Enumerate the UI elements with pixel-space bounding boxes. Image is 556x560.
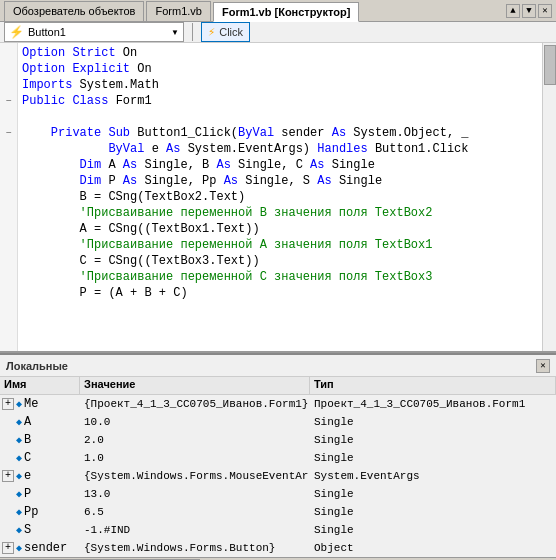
code-line-9: Dim P As Single, Pp As Single, S As Sing… [22,173,538,189]
scrollbar-thumb[interactable] [544,45,556,85]
expand-icon-e[interactable]: + [2,470,14,482]
value-b: 2.0 [80,433,310,447]
type-e: System.EventArgs [310,469,556,483]
close-button[interactable]: ✕ [538,4,552,18]
indicator-16 [0,285,17,301]
dropdown-arrow-icon: ▼ [171,28,179,37]
table-row: + ◆ sender {System.Windows.Forms.Button}… [0,539,556,557]
var-icon-c: ◆ [16,452,22,464]
var-icon-b: ◆ [16,434,22,446]
code-line-4: Public Class Form1 [22,93,538,109]
pin-button[interactable]: ▲ [506,4,520,18]
title-bar: Обозреватель объектов Form1.vb Form1.vb … [0,0,556,22]
tab-object-browser[interactable]: Обозреватель объектов [4,1,144,21]
row-name-sender: + ◆ sender [0,539,80,557]
expand-icon-me[interactable]: + [2,398,14,410]
tab-form1-vb[interactable]: Form1.vb [146,1,210,21]
indicator-4: − [0,93,17,109]
locals-grid: Имя Значение Тип + ◆ Me {Проект_4_1_3_CC… [0,377,556,557]
indicator-9 [0,173,17,189]
code-editor[interactable]: − − Option Strict On Option Explicit [0,43,556,353]
row-name-pp: ◆ Pp [0,503,80,521]
code-line-3: Imports System.Math [22,77,538,93]
code-line-16: P = (A + B + C) [22,285,538,301]
code-editor-section: − − Option Strict On Option Explicit [0,43,556,353]
row-name-c: ◆ C [0,449,80,467]
object-dropdown[interactable]: ⚡ Button1 ▼ [4,22,184,42]
code-content[interactable]: Option Strict On Option Explicit On Impo… [18,43,542,351]
minimize-button[interactable]: ▼ [522,4,536,18]
code-line-15: 'Присваивание переменной C значения поля… [22,269,538,285]
value-a: 10.0 [80,415,310,429]
table-row: + ◆ e {System.Windows.Forms.MouseEventAr… [0,467,556,485]
row-name-me: + ◆ Me [0,395,80,413]
table-row: ◆ C 1.0 Single [0,449,556,467]
col-header-name: Имя [0,377,80,394]
type-me: Проект_4_1_3_CC0705_Иванов.Form1 [310,397,556,411]
value-pp: 6.5 [80,505,310,519]
event-label: Click [219,26,243,38]
name-b: B [24,433,31,447]
locals-pin-button[interactable]: ✕ [536,359,550,373]
indicator-6: − [0,125,17,141]
type-p: Single [310,487,556,501]
name-e: e [24,469,31,483]
type-c: Single [310,451,556,465]
lightning-icon: ⚡ [208,25,215,40]
var-icon-pp: ◆ [16,506,22,518]
table-row: ◆ Pp 6.5 Single [0,503,556,521]
name-p: P [24,487,31,501]
col-header-type: Тип [310,377,556,394]
indicator-3 [0,77,17,93]
selected-object-label: Button1 [28,26,66,38]
name-c: C [24,451,31,465]
code-line-13: 'Присваивание переменной A значения поля… [22,237,538,253]
indicator-14 [0,253,17,269]
table-row: ◆ S -1.#IND Single [0,521,556,539]
table-row: + ◆ Me {Проект_4_1_3_CC0705_Иванов.Form1… [0,395,556,413]
indicator-1 [0,45,17,61]
type-pp: Single [310,505,556,519]
tab-form1-designer[interactable]: Form1.vb [Конструктор] [213,2,359,22]
window-controls: ▲ ▼ ✕ [506,4,552,18]
event-click-button[interactable]: ⚡ Click [201,22,250,42]
code-line-6: Private Sub Button1_Click(ByVal sender A… [22,125,538,141]
var-icon-p: ◆ [16,488,22,500]
main-container: ⚡ Button1 ▼ ⚡ Click − − [0,22,556,560]
indicator-8 [0,157,17,173]
code-line-2: Option Explicit On [22,61,538,77]
row-name-b: ◆ B [0,431,80,449]
var-icon-sender: ◆ [16,542,22,554]
code-line-12: A = CSng((TextBox1.Text)) [22,221,538,237]
type-sender: Object [310,541,556,555]
value-sender: {System.Windows.Forms.Button} [80,541,310,555]
type-s: Single [310,523,556,537]
button-icon: ⚡ [9,25,24,39]
value-me: {Проект_4_1_3_CC0705_Иванов.Form1} [80,397,310,411]
row-name-a: ◆ A [0,413,80,431]
row-name-s: ◆ S [0,521,80,539]
var-icon-a: ◆ [16,416,22,428]
table-row: ◆ P 13.0 Single [0,485,556,503]
indicator-10 [0,189,17,205]
code-line-7: ByVal e As System.EventArgs) Handles But… [22,141,538,157]
indicator-11 [0,205,17,221]
var-icon-e: ◆ [16,470,22,482]
expand-icon-sender[interactable]: + [2,542,14,554]
indicator-13 [0,237,17,253]
value-s: -1.#IND [80,523,310,537]
locals-section: Локальные ✕ Имя Значение Тип + ◆ Me {Про… [0,353,556,560]
editor-scrollbar[interactable] [542,43,556,351]
var-icon-s: ◆ [16,524,22,536]
indicator-2 [0,61,17,77]
indicator-18 [0,317,17,333]
grid-header: Имя Значение Тип [0,377,556,395]
value-c: 1.0 [80,451,310,465]
code-line-8: Dim A As Single, B As Single, C As Singl… [22,157,538,173]
type-b: Single [310,433,556,447]
name-a: A [24,415,31,429]
var-icon-me: ◆ [16,398,22,410]
name-s: S [24,523,31,537]
indicator-19 [0,333,17,349]
indicator-17 [0,301,17,317]
